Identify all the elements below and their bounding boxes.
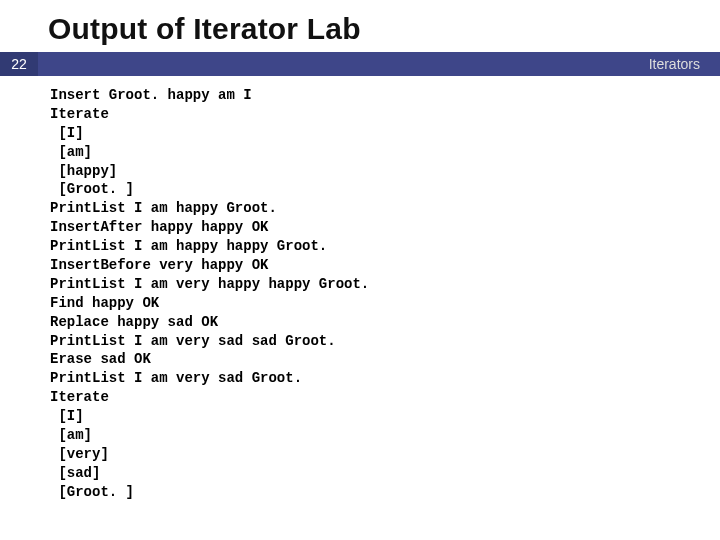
section-label: Iterators	[649, 52, 700, 76]
code-output: Insert Groot. happy am I Iterate [I] [am…	[0, 76, 720, 502]
header-bar: 22 Iterators	[0, 52, 720, 76]
slide: { "header": { "title": "Output of Iterat…	[0, 0, 720, 540]
slide-title: Output of Iterator Lab	[0, 0, 720, 52]
page-number: 22	[0, 52, 38, 76]
header-bar-fill: Iterators	[38, 52, 720, 76]
